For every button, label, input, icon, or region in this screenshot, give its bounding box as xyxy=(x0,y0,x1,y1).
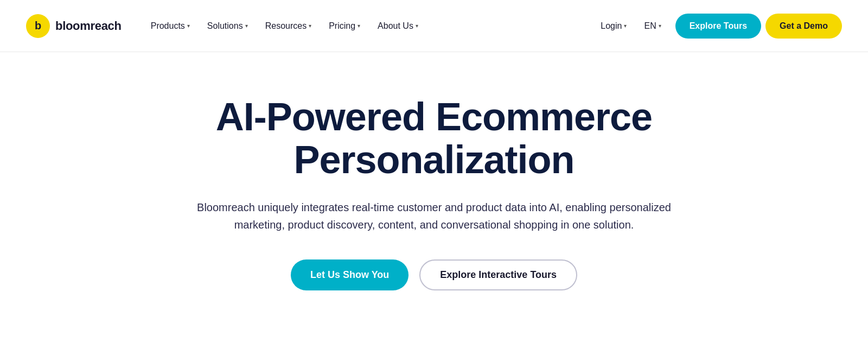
chevron-down-icon: ▾ xyxy=(187,23,190,29)
explore-tours-button[interactable]: Explore Tours xyxy=(675,14,761,39)
language-selector[interactable]: EN ▾ xyxy=(639,17,666,35)
explore-interactive-tours-button[interactable]: Explore Interactive Tours xyxy=(419,259,577,290)
nav-item-about[interactable]: About Us ▾ xyxy=(370,17,426,35)
chevron-down-icon: ▾ xyxy=(659,23,661,29)
chevron-down-icon: ▾ xyxy=(624,23,627,29)
chevron-down-icon: ▾ xyxy=(309,23,311,29)
nav-right: Login ▾ EN ▾ Explore Tours Get a Demo xyxy=(593,14,842,39)
nav-item-solutions[interactable]: Solutions ▾ xyxy=(200,17,256,35)
hero-description: Bloomreach uniquely integrates real-time… xyxy=(195,199,673,233)
login-button[interactable]: Login ▾ xyxy=(593,17,634,35)
get-demo-button[interactable]: Get a Demo xyxy=(765,14,842,39)
chevron-down-icon: ▾ xyxy=(245,23,248,29)
hero-section: AI-Powered Ecommerce Personalization Blo… xyxy=(0,52,868,334)
logo-icon: b xyxy=(26,14,50,38)
let-us-show-you-button[interactable]: Let Us Show You xyxy=(291,259,409,290)
nav-item-pricing[interactable]: Pricing ▾ xyxy=(321,17,368,35)
header: b bloomreach Products ▾ Solutions ▾ Reso… xyxy=(0,0,868,52)
main-nav: Products ▾ Solutions ▾ Resources ▾ Prici… xyxy=(143,17,593,35)
hero-title: AI-Powered Ecommerce Personalization xyxy=(201,96,667,181)
nav-item-products[interactable]: Products ▾ xyxy=(143,17,197,35)
chevron-down-icon: ▾ xyxy=(358,23,360,29)
nav-item-resources[interactable]: Resources ▾ xyxy=(258,17,319,35)
logo[interactable]: b bloomreach xyxy=(26,14,122,38)
brand-name: bloomreach xyxy=(55,19,122,33)
hero-buttons: Let Us Show You Explore Interactive Tour… xyxy=(291,259,577,290)
chevron-down-icon: ▾ xyxy=(416,23,418,29)
